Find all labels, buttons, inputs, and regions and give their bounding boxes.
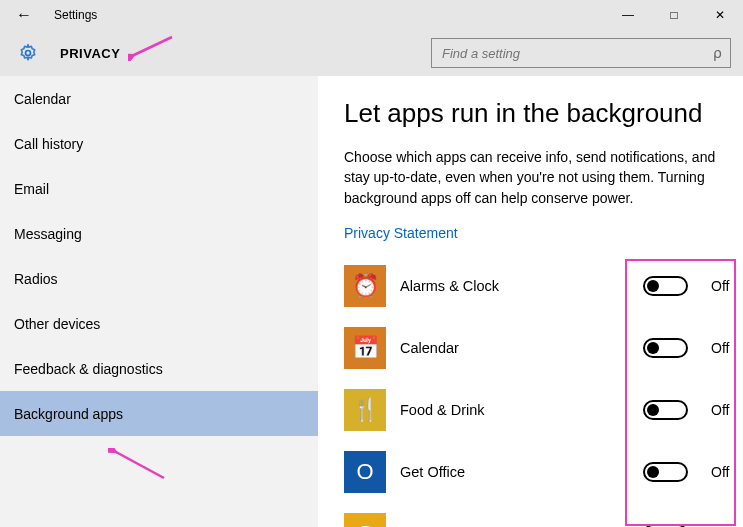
office-icon: O bbox=[344, 451, 386, 493]
sidebar-item-label: Background apps bbox=[14, 406, 123, 422]
svg-point-0 bbox=[26, 51, 31, 56]
sidebar-item-other-devices[interactable]: Other devices bbox=[0, 301, 318, 346]
gear-icon bbox=[18, 43, 38, 63]
app-list: ⏰Alarms & ClockOff📅CalendarOff🍴Food & Dr… bbox=[344, 255, 743, 527]
minimize-icon: — bbox=[622, 8, 634, 22]
search-input[interactable] bbox=[442, 46, 713, 61]
app-row: 📅CalendarOff bbox=[344, 317, 743, 379]
app-label: Alarms & Clock bbox=[400, 278, 643, 294]
minimize-button[interactable]: — bbox=[605, 0, 651, 30]
toggle-switch[interactable] bbox=[643, 276, 688, 296]
sidebar-item-label: Radios bbox=[14, 271, 58, 287]
sidebar-item-label: Other devices bbox=[14, 316, 100, 332]
privacy-statement-link[interactable]: Privacy Statement bbox=[344, 225, 458, 241]
section-title: PRIVACY bbox=[60, 46, 120, 61]
page-title: Let apps run in the background bbox=[344, 98, 743, 129]
app-label: Calendar bbox=[400, 340, 643, 356]
app-label: Get Office bbox=[400, 464, 643, 480]
skype-icon: S bbox=[344, 513, 386, 527]
app-row: OGet OfficeOff bbox=[344, 441, 743, 503]
close-icon: ✕ bbox=[715, 8, 725, 22]
toggle-switch[interactable] bbox=[643, 338, 688, 358]
search-field[interactable]: ⍴ bbox=[431, 38, 731, 68]
window-controls: — □ ✕ bbox=[605, 0, 743, 30]
toggle-switch[interactable] bbox=[643, 462, 688, 482]
maximize-button[interactable]: □ bbox=[651, 0, 697, 30]
toggle-state-label: Off bbox=[705, 278, 743, 294]
sidebar-item-label: Feedback & diagnostics bbox=[14, 361, 163, 377]
sidebar-item-label: Messaging bbox=[14, 226, 82, 242]
page-description: Choose which apps can receive info, send… bbox=[344, 147, 724, 208]
search-icon: ⍴ bbox=[713, 45, 722, 61]
sidebar-item-feedback-diagnostics[interactable]: Feedback & diagnostics bbox=[0, 346, 318, 391]
body: CalendarCall historyEmailMessagingRadios… bbox=[0, 76, 743, 527]
main-content: Let apps run in the background Choose wh… bbox=[318, 76, 743, 527]
toggle-state-label: Off bbox=[705, 340, 743, 356]
sidebar: CalendarCall historyEmailMessagingRadios… bbox=[0, 76, 318, 527]
close-button[interactable]: ✕ bbox=[697, 0, 743, 30]
back-button[interactable]: ← bbox=[0, 0, 48, 30]
sidebar-item-label: Email bbox=[14, 181, 49, 197]
back-arrow-icon: ← bbox=[16, 6, 32, 24]
app-row: SGet SkypeOff bbox=[344, 503, 743, 527]
app-row: ⏰Alarms & ClockOff bbox=[344, 255, 743, 317]
food-icon: 🍴 bbox=[344, 389, 386, 431]
window-title: Settings bbox=[48, 0, 605, 30]
sidebar-item-call-history[interactable]: Call history bbox=[0, 121, 318, 166]
sidebar-item-calendar[interactable]: Calendar bbox=[0, 76, 318, 121]
toggle-state-label: Off bbox=[705, 464, 743, 480]
sidebar-item-background-apps[interactable]: Background apps bbox=[0, 391, 318, 436]
header: PRIVACY ⍴ bbox=[0, 30, 743, 76]
toggle-switch[interactable] bbox=[643, 400, 688, 420]
maximize-icon: □ bbox=[670, 8, 677, 22]
app-row: 🍴Food & DrinkOff bbox=[344, 379, 743, 441]
calendar-icon: 📅 bbox=[344, 327, 386, 369]
titlebar: ← Settings — □ ✕ bbox=[0, 0, 743, 30]
sidebar-item-label: Call history bbox=[14, 136, 83, 152]
sidebar-item-email[interactable]: Email bbox=[0, 166, 318, 211]
sidebar-item-radios[interactable]: Radios bbox=[0, 256, 318, 301]
sidebar-item-label: Calendar bbox=[14, 91, 71, 107]
sidebar-item-messaging[interactable]: Messaging bbox=[0, 211, 318, 256]
alarm-icon: ⏰ bbox=[344, 265, 386, 307]
app-label: Food & Drink bbox=[400, 402, 643, 418]
toggle-state-label: Off bbox=[705, 402, 743, 418]
